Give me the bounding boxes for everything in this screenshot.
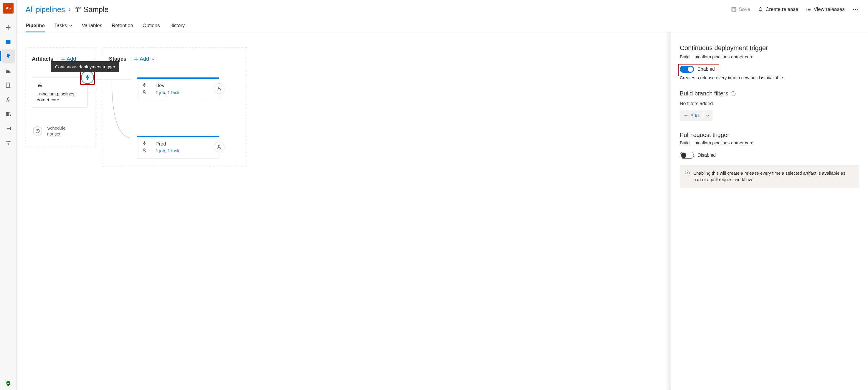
stage-name: Prod xyxy=(156,141,201,147)
trigger-panel: Continuous deployment trigger Build: _ni… xyxy=(671,32,868,390)
artifacts-title: Artifacts xyxy=(32,56,53,62)
view-releases-button[interactable]: View releases xyxy=(806,6,845,12)
nav-deploy[interactable] xyxy=(2,136,15,149)
info-icon[interactable]: i xyxy=(731,91,736,96)
add-filter-button[interactable]: Add xyxy=(680,111,712,121)
plus-icon xyxy=(134,57,138,62)
person-icon xyxy=(142,148,147,153)
nav-pipelines[interactable] xyxy=(2,50,15,63)
cd-trigger-title: Continuous deployment trigger xyxy=(680,44,859,52)
rocket-outline-icon xyxy=(5,97,11,102)
library-icon xyxy=(5,111,11,117)
stages-column: Stages | Add xyxy=(103,47,247,167)
svg-rect-6 xyxy=(75,7,76,8)
nav-sidebar: AS xyxy=(0,0,17,390)
stage-tasks-link[interactable]: 1 job, 1 task xyxy=(156,90,201,95)
cd-trigger-tooltip: Continuous deployment trigger xyxy=(51,61,119,72)
boards-icon xyxy=(5,39,11,45)
cd-toggle[interactable] xyxy=(680,66,694,73)
save-icon xyxy=(731,7,736,12)
nav-library[interactable] xyxy=(2,107,15,120)
lightning-icon xyxy=(85,74,90,81)
stage-card-prod[interactable]: Prod 1 job, 1 task xyxy=(137,136,219,158)
svg-rect-3 xyxy=(6,141,8,142)
nav-rocket[interactable] xyxy=(2,93,15,106)
svg-rect-4 xyxy=(8,141,9,142)
nav-tasks[interactable] xyxy=(2,122,15,135)
pr-toggle-row: Disabled xyxy=(680,152,859,159)
tab-tasks[interactable]: Tasks xyxy=(54,19,72,32)
pipeline-icon xyxy=(74,6,81,13)
stage-post-conditions[interactable] xyxy=(214,83,224,94)
chevron-down-icon xyxy=(69,24,72,27)
nav-status-shield[interactable] xyxy=(2,377,15,390)
svg-point-13 xyxy=(144,149,145,151)
pr-info-box: i Enabling this will create a release ev… xyxy=(680,165,859,188)
svg-point-11 xyxy=(144,90,145,92)
svg-rect-7 xyxy=(77,7,78,8)
chevron-down-icon xyxy=(706,114,710,118)
header-row: All pipelines › Sample Save Create relea… xyxy=(17,0,868,19)
more-actions-button[interactable]: ⋯ xyxy=(852,6,859,13)
pr-info-text: Enabling this will create a release ever… xyxy=(693,170,854,183)
tab-variables[interactable]: Variables xyxy=(82,19,102,32)
artifact-name: _ninallam.pipelines-dotnet-core xyxy=(37,91,83,103)
save-button: Save xyxy=(731,6,750,12)
pipeline-name[interactable]: Sample xyxy=(84,5,109,14)
breadcrumb-all-pipelines[interactable]: All pipelines xyxy=(26,5,65,14)
pr-toggle[interactable] xyxy=(680,152,694,159)
tab-pipeline[interactable]: Pipeline xyxy=(26,19,45,32)
stage-card-dev[interactable]: Dev 1 job, 1 task xyxy=(137,77,219,100)
schedule-text: Schedule not set xyxy=(47,125,66,137)
chevron-down-icon xyxy=(151,57,155,61)
content-split: Artifacts | Add Continuous deployment tr… xyxy=(17,32,868,390)
shield-check-icon xyxy=(5,381,11,387)
cd-trigger-button[interactable] xyxy=(81,71,94,84)
artifact-card[interactable]: _ninallam.pipelines-dotnet-core xyxy=(32,77,88,108)
cd-toggle-row: Enabled xyxy=(680,66,859,73)
svg-rect-1 xyxy=(7,83,10,87)
rocket-icon xyxy=(5,53,11,59)
nav-builds[interactable] xyxy=(2,64,15,77)
designer-canvas: Artifacts | Add Continuous deployment tr… xyxy=(17,32,671,390)
pr-trigger-build: Build: _ninallam.pipelines-dotnet-core xyxy=(680,140,859,145)
person-icon xyxy=(217,145,221,149)
svg-point-14 xyxy=(218,145,220,147)
stage-tasks-link[interactable]: 1 job, 1 task xyxy=(156,148,201,153)
add-filter-dropdown[interactable] xyxy=(703,111,712,121)
stage-pre-conditions[interactable] xyxy=(137,136,151,158)
breadcrumb-separator: › xyxy=(68,6,70,13)
stage-post-conditions[interactable] xyxy=(214,142,224,152)
branch-filters-title: Build branch filters i xyxy=(680,90,859,97)
tab-retention[interactable]: Retention xyxy=(112,19,133,32)
person-icon xyxy=(217,86,221,91)
project-avatar[interactable]: AS xyxy=(3,3,13,13)
cd-trigger-build: Build: _ninallam.pipelines-dotnet-core xyxy=(680,54,859,59)
list-icon xyxy=(806,7,811,12)
main-area: All pipelines › Sample Save Create relea… xyxy=(17,0,868,390)
tab-options[interactable]: Options xyxy=(143,19,160,32)
lightning-icon xyxy=(142,141,147,146)
nav-servers[interactable] xyxy=(2,78,15,92)
server-icon xyxy=(5,82,11,88)
factory-icon xyxy=(5,68,11,73)
branch-filters-empty: No filters added. xyxy=(680,101,859,106)
stage-pre-conditions[interactable] xyxy=(137,78,151,100)
nav-overview[interactable] xyxy=(2,35,15,48)
create-release-button[interactable]: Create release xyxy=(758,6,799,12)
header-actions: Save Create release View releases ⋯ xyxy=(731,6,859,13)
svg-rect-8 xyxy=(79,7,80,8)
person-icon xyxy=(142,90,147,95)
svg-rect-0 xyxy=(6,40,10,43)
tab-history[interactable]: History xyxy=(169,19,185,32)
svg-rect-9 xyxy=(732,7,736,11)
schedule-row[interactable]: Schedule not set xyxy=(32,125,90,137)
add-stage-button[interactable]: Add xyxy=(134,56,155,62)
taskgroup-icon xyxy=(5,125,11,131)
pr-toggle-label: Disabled xyxy=(698,153,716,158)
clock-icon xyxy=(35,129,40,133)
nav-add[interactable] xyxy=(2,21,15,34)
lightning-icon xyxy=(142,83,147,88)
info-icon: i xyxy=(685,171,690,175)
svg-rect-5 xyxy=(9,141,10,142)
